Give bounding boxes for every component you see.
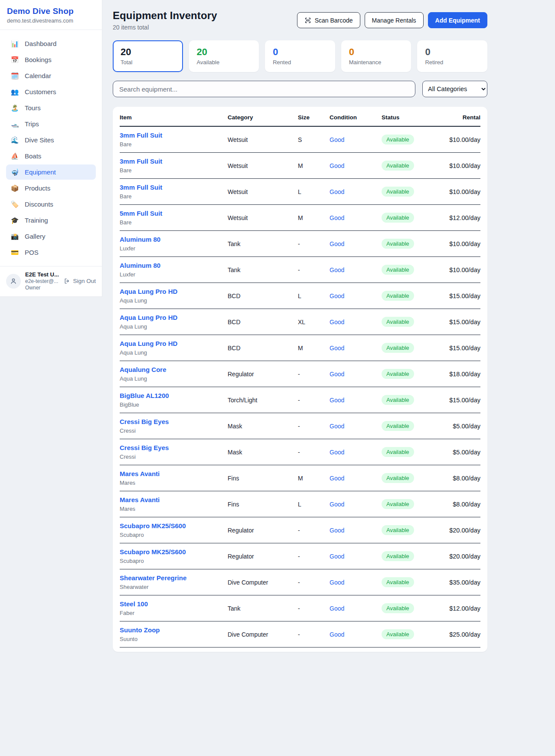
equipment-size: - — [298, 413, 330, 439]
equipment-size: - — [298, 257, 330, 283]
diving-mask-icon: 🤿 — [10, 169, 19, 175]
equipment-item-link[interactable]: Mares Avanti — [120, 496, 160, 503]
condition-link[interactable]: Good — [330, 293, 344, 299]
status-badge: Available — [382, 447, 414, 457]
camera-flash-icon: 📸 — [10, 233, 19, 240]
condition-link[interactable]: Good — [330, 501, 344, 508]
equipment-item-link[interactable]: Cressi Big Eyes — [120, 444, 169, 451]
equipment-item-link[interactable]: Cressi Big Eyes — [120, 418, 169, 425]
equipment-category: Torch/Light — [228, 387, 298, 413]
sidebar-item-products[interactable]: 📦 Products — [6, 181, 96, 196]
equipment-item-link[interactable]: Aqua Lung Pro HD — [120, 288, 177, 295]
equipment-rental-rate: $15.00/day — [443, 309, 480, 335]
equipment-item-link[interactable]: 3mm Full Suit — [120, 131, 162, 139]
status-badge: Available — [382, 161, 414, 171]
sidebar-item-tours[interactable]: 🏝️ Tours — [6, 100, 96, 115]
stat-card-total[interactable]: 20 Total — [113, 40, 183, 72]
status-badge: Available — [382, 603, 414, 613]
condition-link[interactable]: Good — [330, 240, 344, 247]
equipment-item-link[interactable]: BigBlue AL1200 — [120, 392, 169, 399]
stat-value: 0 — [349, 46, 404, 58]
sidebar-item-trips[interactable]: 🛥️ Trips — [6, 116, 96, 131]
equipment-item-link[interactable]: Aluminum 80 — [120, 262, 160, 269]
condition-link[interactable]: Good — [330, 162, 344, 169]
table-row: 5mm Full Suit Bare Wetsuit M Good Availa… — [120, 205, 480, 231]
equipment-rental-rate: $12.00/day — [443, 205, 480, 231]
status-badge: Available — [382, 213, 414, 223]
scan-barcode-button[interactable]: Scan Barcode — [297, 12, 360, 28]
equipment-item-link[interactable]: 5mm Full Suit — [120, 210, 162, 217]
equipment-item-link[interactable]: Suunto Zoop — [120, 626, 160, 634]
equipment-item-brand: Luxfer — [120, 271, 228, 278]
condition-link[interactable]: Good — [330, 188, 344, 195]
condition-link[interactable]: Good — [330, 449, 344, 456]
main-content: Equipment Inventory 20 items total Scan … — [102, 0, 498, 662]
condition-link[interactable]: Good — [330, 605, 344, 612]
stat-card-retired[interactable]: 0 Retired — [417, 40, 487, 72]
sidebar-item-training[interactable]: 🎓 Training — [6, 213, 96, 228]
condition-link[interactable]: Good — [330, 631, 344, 638]
sidebar-item-boats[interactable]: ⛵ Boats — [6, 148, 96, 164]
equipment-item-link[interactable]: Mares Avanti — [120, 470, 160, 477]
sidebar-item-calendar[interactable]: 🗓️ Calendar — [6, 68, 96, 83]
condition-link[interactable]: Good — [330, 553, 344, 560]
equipment-item-link[interactable]: Steel 100 — [120, 600, 148, 608]
condition-link[interactable]: Good — [330, 136, 344, 143]
equipment-item-brand: Suunto — [120, 636, 228, 642]
sidebar: Demo Dive Shop demo.test.divestreams.com… — [0, 0, 102, 297]
user-email: e2e-tester@... — [25, 278, 59, 284]
equipment-item-brand: BigBlue — [120, 401, 228, 408]
stat-card-available[interactable]: 20 Available — [189, 40, 259, 72]
condition-link[interactable]: Good — [330, 345, 344, 352]
sidebar-item-dive-sites[interactable]: 🌊 Dive Sites — [6, 132, 96, 148]
equipment-item-link[interactable]: 3mm Full Suit — [120, 158, 162, 165]
condition-link[interactable]: Good — [330, 579, 344, 586]
table-row: 3mm Full Suit Bare Wetsuit M Good Availa… — [120, 153, 480, 179]
table-row: Cressi Big Eyes Cressi Mask - Good Avail… — [120, 413, 480, 439]
stat-card-rented[interactable]: 0 Rented — [265, 40, 335, 72]
status-badge: Available — [382, 525, 414, 535]
condition-link[interactable]: Good — [330, 266, 344, 273]
equipment-size: S — [298, 126, 330, 153]
equipment-item-link[interactable]: Aluminum 80 — [120, 236, 160, 243]
add-equipment-button[interactable]: Add Equipment — [428, 12, 487, 28]
sidebar-item-bookings[interactable]: 📅 Bookings — [6, 52, 96, 67]
manage-rentals-button[interactable]: Manage Rentals — [365, 12, 424, 28]
equipment-size: L — [298, 491, 330, 517]
equipment-item-link[interactable]: Shearwater Peregrine — [120, 574, 186, 582]
equipment-rental-rate: $15.00/day — [443, 387, 480, 413]
condition-link[interactable]: Good — [330, 319, 344, 325]
stat-card-maintenance[interactable]: 0 Maintenance — [341, 40, 411, 72]
category-select[interactable]: All Categories — [422, 81, 487, 97]
table-header-row: Item Category Size Condition Status Rent… — [120, 108, 480, 126]
col-header-category: Category — [228, 108, 298, 126]
equipment-item-link[interactable]: Aqua Lung Pro HD — [120, 314, 177, 321]
equipment-item-link[interactable]: Aqua Lung Pro HD — [120, 340, 177, 347]
status-badge: Available — [382, 317, 414, 327]
equipment-item-link[interactable]: Scubapro MK25/S600 — [120, 522, 186, 529]
sign-out-button[interactable]: Sign Out — [64, 278, 96, 284]
brand-name[interactable]: Demo Dive Shop — [7, 7, 95, 16]
condition-link[interactable]: Good — [330, 214, 344, 221]
condition-link[interactable]: Good — [330, 371, 344, 378]
table-row: Aluminum 80 Luxfer Tank - Good Available… — [120, 231, 480, 257]
sidebar-item-dashboard[interactable]: 📊 Dashboard — [6, 36, 96, 51]
condition-link[interactable]: Good — [330, 527, 344, 534]
stat-value: 0 — [425, 46, 480, 58]
sidebar-item-customers[interactable]: 👥 Customers — [6, 84, 96, 99]
equipment-item-link[interactable]: 3mm Full Suit — [120, 184, 162, 191]
sidebar-item-equipment[interactable]: 🤿 Equipment — [6, 164, 96, 180]
condition-link[interactable]: Good — [330, 423, 344, 430]
sidebar-item-gallery[interactable]: 📸 Gallery — [6, 229, 96, 244]
condition-link[interactable]: Good — [330, 397, 344, 404]
equipment-table: Item Category Size Condition Status Rent… — [120, 108, 480, 648]
equipment-item-brand: Faber — [120, 610, 228, 616]
equipment-item-link[interactable]: Scubapro MK25/S600 — [120, 548, 186, 555]
sidebar-item-pos[interactable]: 💳 POS — [6, 245, 96, 260]
search-input[interactable] — [113, 81, 415, 97]
condition-link[interactable]: Good — [330, 475, 344, 482]
equipment-item-link[interactable]: Aqualung Core — [120, 366, 166, 373]
sidebar-item-discounts[interactable]: 🏷️ Discounts — [6, 197, 96, 212]
equipment-size: L — [298, 283, 330, 309]
bar-chart-icon: 📊 — [10, 40, 19, 47]
